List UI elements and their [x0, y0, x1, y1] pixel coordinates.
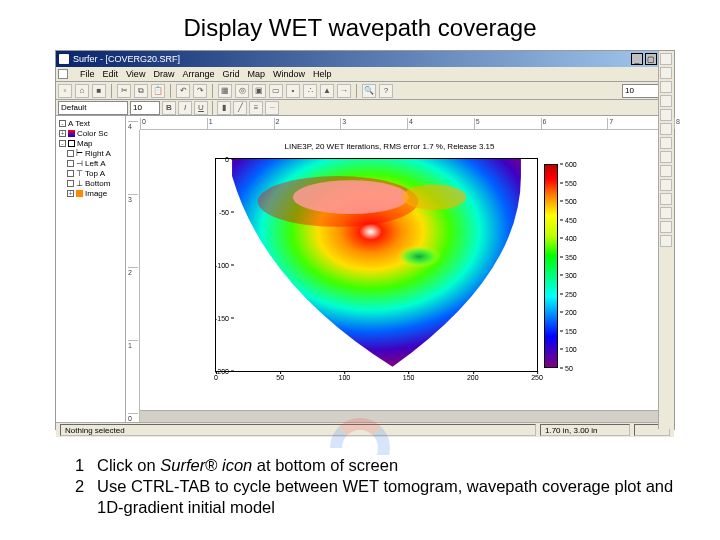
horizontal-scrollbar[interactable]: [140, 410, 662, 422]
ruler-tick: 5: [474, 118, 480, 129]
tree-top-axis: ⊤Top A: [57, 169, 124, 179]
menu-bar: File Edit View Draw Arrange Grid Map Win…: [56, 67, 674, 82]
vtool-rotate[interactable]: [660, 165, 672, 177]
menu-edit[interactable]: Edit: [103, 69, 119, 79]
legend-tick-label: 250: [560, 290, 577, 297]
tree-label: Left A: [85, 159, 105, 168]
tool-italic[interactable]: I: [178, 101, 192, 115]
plot-title: LINE3P, 20 WET iterations, RMS error 1.7…: [195, 142, 584, 151]
minimize-button[interactable]: _: [631, 53, 643, 65]
tool-undo[interactable]: ↶: [176, 84, 190, 98]
tool-linecolor[interactable]: ╱: [233, 101, 247, 115]
vtool-polyline[interactable]: [660, 123, 672, 135]
instruction-row: 1Click on Surfer® icon at bottom of scre…: [75, 455, 680, 476]
object-manager[interactable]: -AText +Color Sc -Map ⊢Right A ⊣Left A ⊤…: [56, 116, 126, 422]
vtool-pan[interactable]: [660, 207, 672, 219]
vtool-select[interactable]: [660, 53, 672, 65]
menu-help[interactable]: Help: [313, 69, 332, 79]
legend-tick-label: 150: [560, 327, 577, 334]
menu-window[interactable]: Window: [273, 69, 305, 79]
vtool-zoomout[interactable]: [660, 193, 672, 205]
tool-save[interactable]: ■: [92, 84, 106, 98]
vtool-ellipse[interactable]: [660, 95, 672, 107]
tool-redo[interactable]: ↷: [193, 84, 207, 98]
ruler-tick: 2: [274, 118, 280, 129]
size-combo[interactable]: 10: [130, 101, 160, 115]
vtool-symbol[interactable]: [660, 137, 672, 149]
tree-label: Map: [77, 139, 93, 148]
legend-tick-label: 450: [560, 216, 577, 223]
menu-view[interactable]: View: [126, 69, 145, 79]
tool-classpost[interactable]: ∴: [303, 84, 317, 98]
tool-help[interactable]: ?: [379, 84, 393, 98]
tool-linewidth[interactable]: ≡: [249, 101, 263, 115]
vtool-rect[interactable]: [660, 81, 672, 93]
app-name: Surfer: [73, 54, 98, 64]
legend-tick-label: 550: [560, 179, 577, 186]
tree-image: +Image: [57, 189, 124, 199]
horizontal-ruler: 012345678: [140, 116, 674, 130]
ruler-tick: 1: [128, 340, 138, 349]
surfer-window-screenshot: Surfer - [COVERG20.SRF] _ ▢ × File Edit …: [55, 50, 675, 430]
y-tick-label: -100: [215, 262, 234, 269]
menu-grid[interactable]: Grid: [222, 69, 239, 79]
vtool-digitize[interactable]: [660, 221, 672, 233]
vtool-reshape[interactable]: [660, 151, 672, 163]
tree-label: Text: [75, 119, 90, 128]
ruler-tick: 7: [607, 118, 613, 129]
tool-cut[interactable]: ✂: [117, 84, 131, 98]
legend-tick-label: 100: [560, 346, 577, 353]
legend-tick-label: 200: [560, 309, 577, 316]
instruction-text: Use CTRL-TAB to cycle between WET tomogr…: [97, 476, 680, 518]
doc-name: [COVERG20.SRF]: [106, 54, 181, 64]
legend-tick-label: 400: [560, 235, 577, 242]
tool-base[interactable]: ▭: [269, 84, 283, 98]
y-tick-label: -150: [215, 315, 234, 322]
title-bar: Surfer - [COVERG20.SRF] _ ▢ ×: [56, 51, 674, 67]
legend-tick-label: 350: [560, 253, 577, 260]
status-bar: Nothing selected 1.70 in, 3.00 in: [56, 422, 674, 437]
legend-tick-label: 50: [560, 365, 573, 372]
slide-title: Display WET wavepath coverage: [0, 0, 720, 50]
tool-copy[interactable]: ⧉: [134, 84, 148, 98]
tool-post[interactable]: •: [286, 84, 300, 98]
tool-bold[interactable]: B: [162, 101, 176, 115]
menu-arrange[interactable]: Arrange: [182, 69, 214, 79]
ruler-tick: 3: [128, 194, 138, 203]
tool-vector[interactable]: →: [337, 84, 351, 98]
tool-grid[interactable]: ▦: [218, 84, 232, 98]
legend-tick-label: 600: [560, 161, 577, 168]
tree-label: Top A: [85, 169, 105, 178]
font-combo[interactable]: Default: [58, 101, 128, 115]
tool-zoom[interactable]: 🔍: [362, 84, 376, 98]
vtool-polygon[interactable]: [660, 109, 672, 121]
tool-fillcolor[interactable]: ▮: [217, 101, 231, 115]
instruction-text: Click on Surfer® icon at bottom of scree…: [97, 455, 680, 476]
tool-dash[interactable]: ┈: [265, 101, 279, 115]
vtool-text[interactable]: [660, 67, 672, 79]
status-coords: 1.70 in, 3.00 in: [540, 424, 630, 436]
menu-draw[interactable]: Draw: [153, 69, 174, 79]
tool-3d[interactable]: ▲: [320, 84, 334, 98]
y-tick-label: 0: [225, 156, 234, 163]
plot-canvas[interactable]: LINE3P, 20 WET iterations, RMS error 1.7…: [140, 130, 674, 422]
tool-paste[interactable]: 📋: [151, 84, 165, 98]
tool-open[interactable]: ⌂: [75, 84, 89, 98]
legend-tick-label: 300: [560, 272, 577, 279]
svg-point-3: [357, 231, 460, 282]
vtool-zoomin[interactable]: [660, 179, 672, 191]
document-area: 012345678 01234 LINE3P, 20 WET iteration…: [126, 116, 674, 422]
menu-map[interactable]: Map: [247, 69, 265, 79]
tool-new[interactable]: ▫: [58, 84, 72, 98]
vtool-measure[interactable]: [660, 235, 672, 247]
menu-file[interactable]: File: [80, 69, 95, 79]
maximize-button[interactable]: ▢: [645, 53, 657, 65]
ruler-tick: 2: [128, 267, 138, 276]
ruler-tick: 0: [128, 413, 138, 422]
tool-contour[interactable]: ◎: [235, 84, 249, 98]
tree-label: Image: [85, 189, 107, 198]
tool-image[interactable]: ▣: [252, 84, 266, 98]
tool-underline[interactable]: U: [194, 101, 208, 115]
ruler-tick: 4: [128, 121, 138, 130]
ruler-tick: 0: [140, 118, 146, 129]
